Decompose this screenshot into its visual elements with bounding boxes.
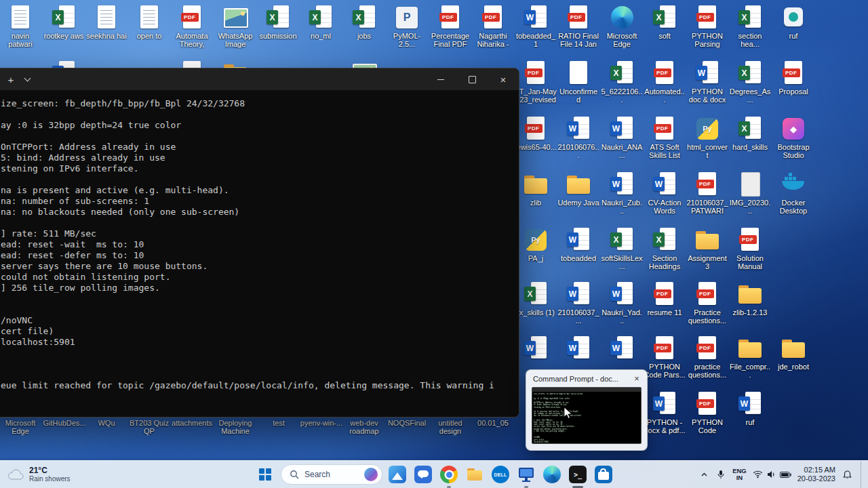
desktop-icon[interactable]: zlib — [515, 171, 557, 207]
preview-close-button[interactable]: × — [631, 373, 643, 385]
desktop-icon-label: hard_skills — [729, 143, 771, 151]
show-desktop-button[interactable] — [861, 461, 864, 488]
display-taskbar-button[interactable] — [515, 464, 537, 485]
desktop-icon[interactable]: PPyMOL-2.5... — [386, 4, 428, 48]
start-button[interactable] — [254, 464, 277, 485]
desktop-icon[interactable]: open to — [128, 4, 170, 40]
desktop-icon[interactable]: PDFATS Soft Skills List — [644, 115, 686, 159]
desktop-icon[interactable]: Xsubmission — [257, 4, 299, 40]
desktop-icon[interactable]: W210106037_... — [557, 281, 599, 325]
desktop-icon[interactable]: Wtobeadded_1 — [515, 4, 557, 48]
tray-overflow-chevron[interactable] — [699, 470, 709, 480]
photos-taskbar-button[interactable] — [387, 464, 408, 485]
desktop-icon[interactable]: seekhna hai — [85, 4, 127, 40]
terminal-line: ead: reset -defer ms to: 10 — [1, 250, 494, 261]
desktop-icon[interactable]: navin patwari — [0, 4, 41, 48]
desktop-icon[interactable]: Xsection hea... — [729, 4, 771, 48]
desktop-icon[interactable]: X5_6222106... — [601, 60, 643, 104]
new-tab-button[interactable]: + — [2, 68, 20, 90]
desktop-icon[interactable]: Xhard_skills — [729, 115, 771, 151]
minimize-button[interactable] — [425, 68, 456, 90]
close-button[interactable]: × — [488, 68, 519, 90]
desktop-icon[interactable]: Xno_ml — [300, 4, 342, 40]
desktop-icon[interactable]: PDFlewis65-40... — [515, 115, 557, 151]
desktop-icon[interactable]: W — [515, 335, 557, 363]
desktop-icon[interactable]: Unconfirmed 268768.crd... — [557, 60, 599, 104]
desktop-icon[interactable]: W — [557, 335, 599, 363]
microphone-tray-button[interactable] — [715, 468, 726, 481]
desktop-icon[interactable]: File_compr... — [729, 335, 771, 379]
desktop-icon[interactable]: Docker Desktop — [772, 171, 814, 215]
network-volume-battery[interactable] — [753, 470, 791, 479]
desktop-icon[interactable]: Xrx_skills (1) — [515, 281, 557, 317]
desktop-icon[interactable]: Assignment 3 — [686, 226, 728, 270]
desktop-icon[interactable]: PDFSolution Manual Che... — [729, 226, 771, 271]
desktop-icon[interactable]: PDFpractice questions... — [686, 335, 728, 379]
desktop-icon[interactable]: Xrootkey aws — [43, 4, 85, 40]
desktop-icon[interactable]: PDFAutomata Theory, Lan... — [171, 4, 213, 49]
weather-widget[interactable]: 21°C Rain showers — [7, 461, 71, 488]
desktop-icon-label: WhatsApp Image 2022... — [214, 32, 256, 49]
chrome-taskbar-button[interactable] — [438, 464, 460, 485]
desktop-icon[interactable]: PyPA_j — [515, 226, 557, 262]
preview-thumbnail[interactable]: ize_screen: fb_depth/fb_bpp/fb_Bpl 24/32… — [532, 387, 642, 444]
tab-dropdown-button[interactable] — [20, 68, 35, 90]
desktop-icon[interactable]: WhatsApp Image 2022... — [214, 4, 256, 49]
desktop-icon[interactable]: PDFPYTHON Code Parse... — [686, 390, 728, 435]
desktop-icon[interactable]: PDFProposal — [772, 60, 814, 96]
excel-file-icon: X — [736, 4, 764, 31]
maximize-button[interactable] — [456, 68, 488, 90]
desktop-icon[interactable]: ◆Bootstrap Studio — [772, 115, 814, 159]
desktop-icon[interactable]: Wruf — [729, 390, 771, 426]
file-explorer-taskbar-button[interactable] — [464, 464, 486, 485]
terminal-body[interactable]: ize_screen: fb_depth/fb_bpp/fb_Bpl 24/32… — [0, 90, 519, 418]
taskbar-center: Search DELL>_ — [254, 461, 614, 488]
command-prompt-icon: >_ — [569, 466, 587, 483]
desktop-icon[interactable]: PDFRATIO Final File 14 Jan — [557, 4, 599, 48]
desktop-icon[interactable]: jde_robot — [772, 335, 814, 371]
desktop-icon[interactable]: PDFPercentage Final PDF — [429, 4, 471, 48]
desktop-icon[interactable]: XsoftSkillsLex... — [601, 226, 643, 270]
desktop-icon[interactable]: W — [601, 335, 643, 363]
terminal-titlebar[interactable]: + × — [0, 68, 519, 90]
desktop-icon[interactable]: Wtobeadded — [557, 226, 599, 262]
desktop-icon[interactable]: PDFPractice questions... — [686, 281, 728, 325]
desktop-icon[interactable]: WNaukri_Zub... — [601, 171, 643, 215]
store-taskbar-button[interactable] — [593, 464, 614, 485]
desktop-icon[interactable]: Pyhtml_convert — [686, 115, 728, 159]
taskbar-search[interactable]: Search — [281, 464, 382, 485]
desktop-icon[interactable]: PDFPYTHON Parsing PD... — [686, 4, 728, 49]
desktop-icon[interactable]: WPYTHON - docx & pdf... — [644, 390, 686, 434]
desktop-icon[interactable]: zlib-1.2.13 — [729, 281, 771, 317]
desktop-icon[interactable]: Xjobs — [343, 4, 385, 40]
edge-taskbar-button[interactable] — [541, 464, 563, 485]
word-file-icon: W — [565, 335, 592, 362]
desktop-icon[interactable]: PDFPYTHON Code Pars... — [644, 335, 686, 379]
notification-bell-button[interactable] — [842, 469, 853, 481]
taskbar-clock[interactable]: 02:15 AM 20-03-2023 — [797, 466, 835, 483]
desktop-icon[interactable]: WCV-Action Words — [644, 171, 686, 215]
desktop-icon[interactable]: Xsoft — [644, 4, 686, 40]
command-prompt-taskbar-button[interactable]: >_ — [567, 464, 589, 485]
desktop-icon[interactable]: PDFAutomated... — [644, 60, 686, 104]
desktop-icon[interactable]: Udemy Java — [557, 171, 599, 207]
excel-file-icon: X — [608, 60, 635, 87]
desktop-icon[interactable]: Microsoft Edge — [601, 4, 643, 48]
desktop-icon[interactable]: ruf — [772, 4, 814, 40]
chat-taskbar-button[interactable] — [412, 464, 434, 485]
desktop-icon[interactable]: WNaukri_Yad... — [601, 281, 643, 325]
desktop-icon[interactable]: PDFNagarthi Niharika - E... — [472, 4, 514, 49]
desktop-icon[interactable]: XSection Headings — [644, 226, 686, 270]
preview-terminal-text: ize_screen: fb_depth/fb_bpp/fb_Bpl 24/32… — [534, 393, 639, 444]
desktop-icon[interactable]: XDegrees_As... — [729, 60, 771, 104]
language-indicator[interactable]: ENG IN — [732, 468, 747, 481]
desktop-icon[interactable]: PDFresume 11 — [644, 281, 686, 317]
desktop-icon[interactable]: W210106076... — [557, 115, 599, 159]
desktop-icon[interactable]: WNaukri_ANA... — [601, 115, 643, 159]
desktop-icon[interactable]: PDFTT_Jan-May 023_revised — [515, 60, 557, 104]
desktop-icon[interactable]: WPYTHON doc & docx PD... — [686, 60, 728, 104]
dell-taskbar-button[interactable]: DELL — [490, 464, 511, 485]
desktop-icon[interactable]: IMG_20230... — [729, 171, 771, 215]
desktop-icon[interactable]: PDF210106037_ PATWARI — [686, 171, 728, 215]
terminal-line — [1, 293, 494, 304]
